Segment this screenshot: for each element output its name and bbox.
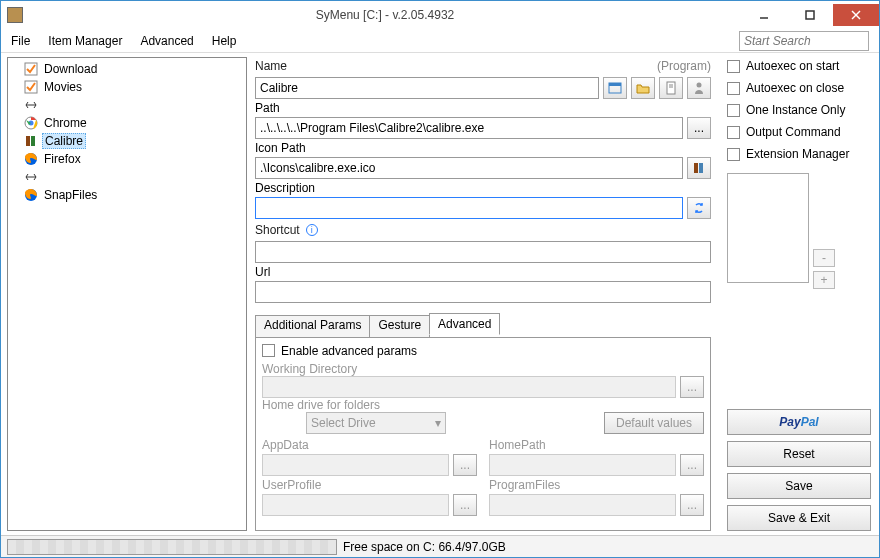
tab-advanced[interactable]: Advanced [429, 313, 500, 335]
output-command-checkbox[interactable]: Output Command [727, 123, 871, 141]
default-values-button: Default values [604, 412, 704, 434]
description-label: Description [255, 181, 711, 195]
chrome-icon [24, 116, 38, 130]
tree-node-label: Chrome [42, 116, 89, 130]
path-input[interactable] [255, 117, 683, 139]
appdata-browse: ... [453, 454, 477, 476]
sep-icon [24, 170, 38, 184]
firefox-icon [24, 152, 38, 166]
menu-advanced[interactable]: Advanced [140, 34, 193, 48]
window-icon[interactable] [603, 77, 627, 99]
reset-button[interactable]: Reset [727, 441, 871, 467]
extension-manager-checkbox[interactable]: Extension Manager [727, 145, 871, 163]
tree-node-label: SnapFiles [42, 188, 99, 202]
check-orange-icon [24, 62, 38, 76]
person-icon[interactable] [687, 77, 711, 99]
close-button[interactable] [833, 4, 879, 26]
search-input[interactable] [739, 31, 869, 51]
userprofile-input [262, 494, 449, 516]
icon-preview [727, 173, 809, 283]
tree-node-6[interactable] [10, 168, 244, 186]
right-panel: Autoexec on start Autoexec on close One … [719, 53, 879, 535]
appdata-label: AppData [262, 438, 477, 452]
svg-rect-23 [609, 83, 621, 86]
preview-add-button[interactable]: + [813, 271, 835, 289]
tab-gesture[interactable]: Gesture [369, 315, 430, 337]
statusbar: Free space on C: 66.4/97.0GB [1, 535, 879, 557]
tree-node-2[interactable] [10, 96, 244, 114]
minimize-button[interactable] [741, 4, 787, 26]
preview-remove-button[interactable]: - [813, 249, 835, 267]
menubar: File Item Manager Advanced Help [1, 29, 879, 53]
tree-node-7[interactable]: SnapFiles [10, 186, 244, 204]
svg-rect-29 [699, 163, 703, 173]
properties-panel: Name (Program) Path ... Icon Path Descri… [247, 53, 719, 535]
info-icon[interactable]: i [306, 224, 318, 236]
tree-node-label: Firefox [42, 152, 83, 166]
url-input[interactable] [255, 281, 711, 303]
titlebar: SyMenu [C:] - v.2.05.4932 [1, 1, 879, 29]
programfiles-label: ProgramFiles [489, 478, 704, 492]
svg-rect-13 [26, 136, 30, 146]
snap-icon [24, 188, 38, 202]
iconpath-input[interactable] [255, 157, 683, 179]
tab-additional-params[interactable]: Additional Params [255, 315, 370, 337]
paypal-button[interactable]: PayPal [727, 409, 871, 435]
menu-file[interactable]: File [11, 34, 30, 48]
name-label: Name [255, 57, 287, 75]
sep-icon [24, 98, 38, 112]
tree-node-1[interactable]: Movies [10, 78, 244, 96]
shortcut-input[interactable] [255, 241, 711, 263]
one-instance-checkbox[interactable]: One Instance Only [727, 101, 871, 119]
svg-rect-28 [694, 163, 698, 173]
refresh-icon[interactable] [687, 197, 711, 219]
select-drive-dropdown: Select Drive▾ [306, 412, 446, 434]
iconpath-label: Icon Path [255, 141, 711, 155]
status-text: Free space on C: 66.4/97.0GB [343, 540, 506, 554]
menu-item-manager[interactable]: Item Manager [48, 34, 122, 48]
userprofile-label: UserProfile [262, 478, 477, 492]
check-orange-icon [24, 80, 38, 94]
homepath-input [489, 454, 676, 476]
tree-node-0[interactable]: Download [10, 60, 244, 78]
description-input[interactable] [255, 197, 683, 219]
workdir-label: Working Directory [262, 362, 357, 376]
appdata-input [262, 454, 449, 476]
programfiles-browse: ... [680, 494, 704, 516]
svg-rect-24 [667, 82, 675, 94]
free-space-progress [7, 539, 337, 555]
tree-node-label: Calibre [42, 133, 86, 149]
document-icon[interactable] [659, 77, 683, 99]
homepath-browse: ... [680, 454, 704, 476]
userprofile-browse: ... [453, 494, 477, 516]
autoexec-start-checkbox[interactable]: Autoexec on start [727, 57, 871, 75]
tree-node-5[interactable]: Firefox [10, 150, 244, 168]
save-button[interactable]: Save [727, 473, 871, 499]
tab-panel-advanced: Enable advanced params Working Directory… [255, 337, 711, 531]
save-exit-button[interactable]: Save & Exit [727, 505, 871, 531]
path-label: Path [255, 101, 711, 115]
tree-panel[interactable]: DownloadMoviesChromeCalibreFirefoxSnapFi… [7, 57, 247, 531]
tree-node-3[interactable]: Chrome [10, 114, 244, 132]
homepath-label: HomePath [489, 438, 704, 452]
tree-node-4[interactable]: Calibre [10, 132, 244, 150]
maximize-button[interactable] [787, 4, 833, 26]
tree-node-label: Download [42, 62, 99, 76]
item-type: (Program) [657, 59, 711, 73]
svg-rect-1 [806, 11, 814, 19]
shortcut-label: Shortcut [255, 221, 300, 239]
app-icon [7, 7, 23, 23]
path-browse-button[interactable]: ... [687, 117, 711, 139]
calibre-icon [24, 134, 38, 148]
enable-advanced-checkbox[interactable]: Enable advanced params [262, 344, 704, 358]
tree-node-label: Movies [42, 80, 84, 94]
menu-help[interactable]: Help [212, 34, 237, 48]
svg-rect-14 [31, 136, 35, 146]
name-input[interactable] [255, 77, 599, 99]
folder-icon[interactable] [631, 77, 655, 99]
url-label: Url [255, 265, 711, 279]
window-title: SyMenu [C:] - v.2.05.4932 [29, 8, 741, 22]
iconpath-browse-button[interactable] [687, 157, 711, 179]
autoexec-close-checkbox[interactable]: Autoexec on close [727, 79, 871, 97]
workdir-browse: ... [680, 376, 704, 398]
